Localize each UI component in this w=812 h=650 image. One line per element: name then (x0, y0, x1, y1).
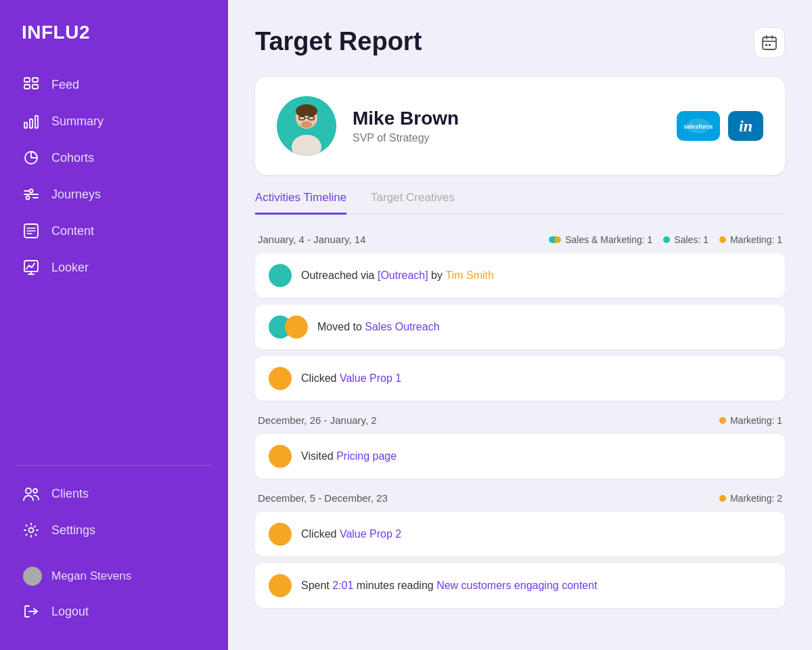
badge-dot-yellow-3 (719, 495, 726, 502)
sidebar-item-cohorts[interactable]: Cohorts (11, 141, 217, 175)
badge-dot-dual (549, 236, 561, 243)
svg-rect-5 (30, 119, 32, 128)
profile-card: Mike Brown SVP of Strategy salesforce in (255, 77, 785, 175)
user-name: Megan Stevens (51, 569, 131, 583)
timeline: January, 4 - January, 14 Sales & Marketi… (255, 234, 785, 622)
svg-rect-4 (24, 123, 27, 128)
pricing-page-link[interactable]: Pricing page (336, 450, 397, 462)
timeline-period-3: December, 5 - December, 23 Marketing: 2 (255, 492, 785, 504)
sidebar-item-logout[interactable]: Logout (11, 594, 217, 628)
profile-integrations: salesforce in (677, 111, 763, 141)
timeline-period-2: December, 26 - January, 2 Marketing: 1 (255, 414, 785, 426)
feed-icon (23, 77, 39, 93)
sidebar-item-looker[interactable]: Looker (11, 251, 217, 284)
badge-label-5: Marketing: 2 (730, 493, 782, 504)
main-content: Target Report (228, 0, 812, 650)
badge-label-4: Marketing: 1 (730, 415, 782, 426)
logout-label: Logout (51, 605, 89, 619)
sidebar: INFLU2 Feed Summary (0, 0, 228, 650)
sidebar-item-cohorts-label: Cohorts (51, 151, 94, 165)
page-header: Target Report (255, 27, 785, 58)
linkedin-icon: in (739, 117, 752, 135)
event-text-5: Clicked Value Prop 2 (301, 528, 401, 540)
svg-text:salesforce: salesforce (684, 123, 713, 130)
timeline-group-1: January, 4 - January, 14 Sales & Marketi… (255, 234, 785, 401)
period-badges-3: Marketing: 2 (719, 493, 782, 504)
svg-rect-17 (24, 261, 38, 272)
timeline-event-6: Spent 2:01 minutes reading New customers… (255, 563, 785, 608)
event-dot-4 (269, 445, 292, 468)
outreach-link[interactable]: [Outreach] (378, 269, 428, 281)
svg-rect-6 (35, 116, 38, 128)
badge-marketing: Marketing: 1 (719, 234, 782, 245)
badge-marketing-2: Marketing: 1 (719, 415, 782, 426)
cohorts-icon (23, 150, 39, 166)
badge-dot-yellow (719, 236, 726, 243)
event-dot-pair-2 (269, 316, 308, 339)
profile-info: Mike Brown SVP of Strategy (353, 108, 459, 144)
value-prop-1-link[interactable]: Value Prop 1 (340, 372, 401, 384)
clients-icon (23, 485, 39, 502)
svg-rect-24 (763, 37, 776, 49)
badge-dot-teal (663, 236, 670, 243)
svg-point-21 (33, 489, 37, 493)
badge-label-1: Sales & Marketing: 1 (565, 234, 652, 245)
linkedin-logo[interactable]: in (728, 111, 763, 141)
timeline-period-1: January, 4 - January, 14 Sales & Marketi… (255, 234, 785, 245)
summary-icon (23, 113, 39, 129)
badge-sales-marketing: Sales & Marketing: 1 (549, 234, 652, 245)
timeline-event-4: Visited Pricing page (255, 434, 785, 479)
sidebar-item-clients[interactable]: Clients (11, 477, 217, 511)
sales-outreach-link[interactable]: Sales Outreach (365, 321, 439, 332)
badge-marketing-3: Marketing: 2 (719, 493, 782, 504)
svg-rect-1 (32, 78, 38, 82)
event-text-3: Clicked Value Prop 1 (301, 372, 401, 385)
svg-rect-37 (309, 116, 314, 120)
svg-rect-28 (765, 44, 767, 46)
sidebar-item-summary-label: Summary (51, 114, 104, 129)
event-dot-2b (285, 316, 308, 339)
timeline-event-1: Outreached via [Outreach] by Tim Smith (255, 253, 785, 298)
svg-point-11 (30, 190, 33, 193)
sidebar-item-journeys-label: Journeys (51, 188, 101, 202)
svg-rect-0 (24, 78, 30, 82)
settings-icon (23, 522, 39, 538)
profile-name: Mike Brown (353, 108, 459, 129)
sidebar-item-summary[interactable]: Summary (11, 104, 217, 138)
tab-creatives[interactable]: Target Creatives (371, 191, 455, 215)
svg-rect-2 (24, 85, 30, 89)
event-dot-5 (269, 523, 292, 546)
content-icon (23, 223, 39, 239)
profile-title: SVP of Strategy (353, 132, 459, 144)
salesforce-icon: salesforce (684, 116, 713, 135)
sidebar-item-content[interactable]: Content (11, 214, 217, 248)
badge-label-2: Sales: 1 (674, 234, 708, 245)
user-avatar (23, 567, 42, 586)
event-dot-3 (269, 367, 292, 390)
event-text-1: Outreached via [Outreach] by Tim Smith (301, 269, 494, 282)
svg-point-20 (26, 488, 31, 494)
sidebar-item-settings[interactable]: Settings (11, 513, 217, 547)
timsmith-link[interactable]: Tim Smith (445, 269, 493, 281)
tab-activities[interactable]: Activities Timeline (255, 191, 346, 215)
svg-point-34 (301, 121, 312, 128)
svg-rect-3 (32, 85, 38, 89)
sidebar-item-journeys[interactable]: Journeys (11, 177, 217, 211)
logout-icon (23, 603, 39, 620)
timeline-event-3: Clicked Value Prop 1 (255, 356, 785, 401)
event-text-4: Visited Pricing page (301, 450, 397, 462)
content-link[interactable]: New customers engaging content (436, 580, 597, 591)
sidebar-item-feed[interactable]: Feed (11, 68, 217, 102)
event-dot-1 (269, 264, 292, 287)
event-text-6: Spent 2:01 minutes reading New customers… (301, 580, 597, 592)
svg-point-12 (26, 196, 30, 200)
salesforce-logo[interactable]: salesforce (677, 111, 720, 141)
period-label-3: December, 5 - December, 23 (258, 492, 388, 504)
profile-avatar (277, 96, 336, 156)
time-spent-link[interactable]: 2:01 (332, 580, 353, 591)
sidebar-item-settings-label: Settings (51, 523, 95, 538)
sidebar-nav: Feed Summary Cohorts (0, 68, 228, 454)
calendar-button[interactable] (754, 27, 785, 58)
badge-dot-yellow-2 (719, 417, 726, 424)
value-prop-2-link[interactable]: Value Prop 2 (340, 528, 401, 540)
